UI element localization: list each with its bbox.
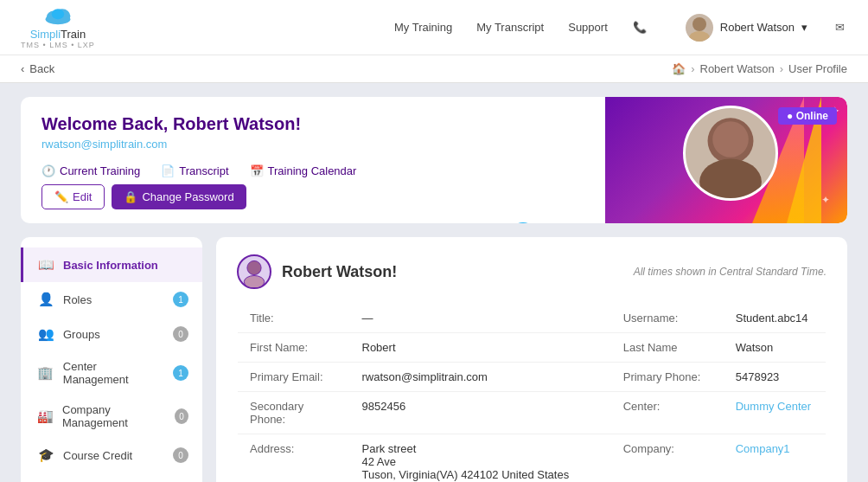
sidebar-item-course-credit[interactable]: 🎓 Course Credit 0 bbox=[21, 438, 202, 472]
current-training-link[interactable]: 🕐 Current Training bbox=[41, 164, 140, 177]
current-training-icon: 🕐 bbox=[41, 164, 55, 177]
course-credit-icon: 🎓 bbox=[37, 447, 54, 464]
detail-username: Robert Watson! bbox=[282, 263, 397, 281]
address-value: Park street 42 Ave Tuson, Virginia(VA) 4… bbox=[350, 434, 587, 483]
svg-point-5 bbox=[689, 31, 710, 42]
transcript-link[interactable]: 📄 Transcript bbox=[161, 164, 228, 177]
avatar bbox=[686, 14, 713, 42]
sidebar-item-label: Course Credit bbox=[63, 449, 132, 462]
nav-support[interactable]: Support bbox=[568, 21, 608, 34]
firstname-label: First Name: bbox=[238, 333, 350, 363]
transcript-icon: 📄 bbox=[161, 164, 175, 177]
address-label: Address: bbox=[238, 434, 350, 483]
mail-icon[interactable]: ✉ bbox=[832, 20, 847, 35]
detail-avatar bbox=[237, 254, 271, 289]
phone-icon[interactable]: 📞 bbox=[632, 20, 648, 35]
title-value: — bbox=[350, 304, 587, 333]
online-badge: ● Online bbox=[778, 107, 837, 125]
course-credit-badge: 0 bbox=[173, 447, 188, 463]
detail-header: Robert Watson! All times shown in Centra… bbox=[237, 254, 827, 289]
roles-badge: 1 bbox=[173, 292, 188, 307]
sidebar-item-groups[interactable]: 👥 Groups 0 bbox=[21, 317, 202, 351]
sidebar-item-roles[interactable]: 👤 Roles 1 bbox=[21, 282, 202, 317]
logo: SimpliTrain TMS • LMS • LXP bbox=[21, 5, 95, 49]
logo-train: Train bbox=[61, 28, 86, 41]
logo-tagline: TMS • LMS • LXP bbox=[21, 41, 95, 49]
logo-cloud-icon bbox=[42, 5, 73, 26]
center-management-icon: 🏢 bbox=[37, 364, 54, 382]
primary-email-value: rwatson@simplitrain.com bbox=[350, 363, 587, 392]
profile-action-links: 🕐 Current Training 📄 Transcript 📅 Traini… bbox=[41, 164, 526, 177]
profile-card: ● Online ✦ ✦ ✦ Welcome Back, Robert Wats… bbox=[21, 97, 847, 223]
company-label: Company: bbox=[611, 434, 724, 483]
groups-icon: 👥 bbox=[37, 325, 54, 343]
training-calendar-link[interactable]: 📅 Training Calendar bbox=[250, 164, 357, 177]
table-row: Address: Park street 42 Ave Tuson, Virgi… bbox=[238, 434, 827, 483]
table-row: First Name: Robert Last Name Watson bbox=[238, 333, 827, 363]
primary-phone-label: Primary Phone: bbox=[611, 363, 724, 392]
company-value[interactable]: Company1 bbox=[724, 434, 827, 483]
breadcrumb: 🏠 › Robert Watson › User Profile bbox=[672, 62, 847, 75]
username-label: Username: bbox=[611, 304, 724, 333]
breadcrumb-bar: ‹ Back 🏠 › Robert Watson › User Profile bbox=[0, 55, 868, 83]
center-value[interactable]: Dummy Center bbox=[724, 392, 827, 434]
back-label: Back bbox=[29, 62, 54, 75]
sidebar-item-label: Company Management bbox=[62, 403, 166, 429]
top-navigation: SimpliTrain TMS • LMS • LXP My Training … bbox=[0, 0, 868, 55]
edit-label: Edit bbox=[73, 190, 92, 203]
change-pwd-label: Change Password bbox=[142, 190, 233, 203]
nav-user[interactable]: Robert Watson ▾ bbox=[686, 14, 807, 42]
svg-point-3 bbox=[52, 9, 64, 19]
svg-point-4 bbox=[692, 17, 706, 31]
profile-email: rwatson@simplitrain.com bbox=[41, 138, 526, 151]
profile-buttons: ✏️ Edit 🔒 Change Password bbox=[41, 184, 526, 209]
center-management-badge: 1 bbox=[173, 365, 188, 381]
detail-header-left: Robert Watson! bbox=[237, 254, 397, 289]
training-calendar-label: Training Calendar bbox=[268, 164, 357, 177]
nav-links: My Training My Transcript Support 📞 Robe… bbox=[394, 14, 847, 42]
sidebar-item-basic-information[interactable]: 📖 Basic Information bbox=[21, 247, 202, 282]
sidebar-item-label: Roles bbox=[63, 293, 92, 306]
breadcrumb-user[interactable]: Robert Watson bbox=[700, 62, 775, 75]
info-table: Title: — Username: Student.abc14 First N… bbox=[237, 303, 827, 482]
company-management-icon: 🏭 bbox=[37, 408, 54, 425]
title-label: Title: bbox=[238, 304, 350, 333]
sidebar-item-interests[interactable]: ⭐ Interests 1 bbox=[21, 472, 202, 482]
primary-phone-value: 5478923 bbox=[724, 363, 827, 392]
secondary-phone-label: Secondary Phone: bbox=[238, 392, 350, 434]
detail-panel: Robert Watson! All times shown in Centra… bbox=[216, 237, 847, 482]
nav-username: Robert Watson bbox=[720, 21, 795, 34]
primary-email-label: Primary Email: bbox=[238, 363, 350, 392]
lastname-value: Watson bbox=[724, 333, 827, 363]
nav-my-training[interactable]: My Training bbox=[394, 21, 452, 34]
welcome-message: Welcome Back, Robert Watson! bbox=[41, 114, 526, 134]
user-avatar-img bbox=[686, 14, 713, 42]
back-arrow-icon: ‹ bbox=[21, 62, 24, 75]
roles-icon: 👤 bbox=[37, 291, 54, 308]
edit-button[interactable]: ✏️ Edit bbox=[41, 184, 105, 209]
transcript-label: Transcript bbox=[179, 164, 228, 177]
groups-badge: 0 bbox=[173, 326, 188, 342]
detail-avatar-icon bbox=[239, 256, 270, 287]
edit-icon: ✏️ bbox=[54, 190, 68, 203]
nav-my-transcript[interactable]: My Transcript bbox=[476, 21, 544, 34]
svg-point-8 bbox=[712, 121, 749, 157]
sidebar: 📖 Basic Information 👤 Roles 1 👥 Groups 0… bbox=[21, 237, 202, 482]
sidebar-item-label: Groups bbox=[63, 328, 100, 341]
chevron-down-icon: ▾ bbox=[801, 21, 807, 34]
back-button[interactable]: ‹ Back bbox=[21, 62, 54, 75]
firstname-value: Robert bbox=[350, 333, 587, 363]
lock-icon: 🔒 bbox=[124, 190, 137, 203]
breadcrumb-page: User Profile bbox=[788, 62, 847, 75]
step-1-bubble: 1 bbox=[509, 222, 537, 223]
username-value: Student.abc14 bbox=[724, 304, 827, 333]
change-password-button[interactable]: 🔒 Change Password bbox=[112, 184, 246, 209]
table-row: Title: — Username: Student.abc14 bbox=[238, 304, 827, 333]
svg-point-7 bbox=[699, 159, 762, 201]
home-icon[interactable]: 🏠 bbox=[672, 62, 686, 75]
svg-point-9 bbox=[247, 260, 261, 274]
secondary-phone-value: 9852456 bbox=[350, 392, 587, 434]
lastname-label: Last Name bbox=[611, 333, 724, 363]
sidebar-item-center-management[interactable]: 🏢 Center Management 1 bbox=[21, 351, 202, 395]
sidebar-item-company-management[interactable]: 🏭 Company Management 0 bbox=[21, 395, 202, 438]
